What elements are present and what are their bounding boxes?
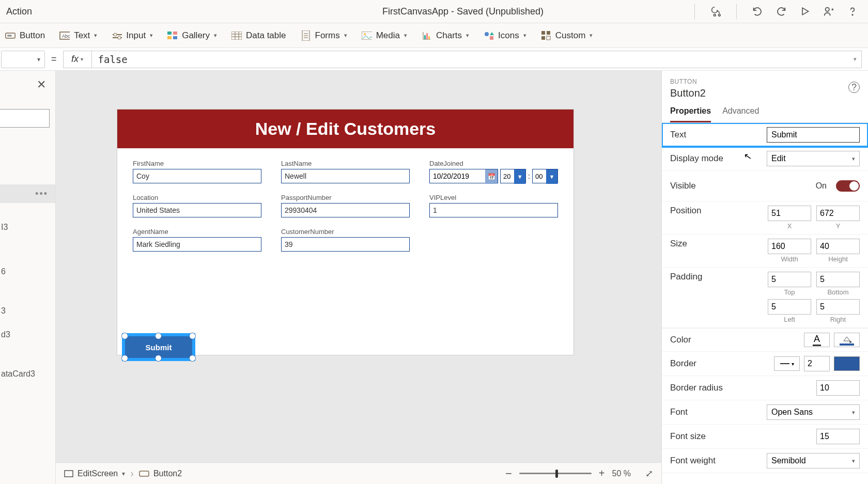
search-input[interactable] <box>0 109 50 128</box>
zoom-slider[interactable] <box>519 473 592 474</box>
tree-item[interactable]: d3 <box>1 323 55 347</box>
font-size-input[interactable] <box>816 429 860 444</box>
passport-input[interactable] <box>281 203 410 217</box>
svg-marker-37 <box>490 32 494 35</box>
close-icon[interactable]: ✕ <box>37 78 46 91</box>
resize-handle[interactable] <box>189 355 196 362</box>
padding-bottom-input[interactable] <box>816 272 860 287</box>
tab-properties[interactable]: Properties <box>670 106 711 122</box>
screen-title: New / Edit Customers <box>117 110 574 148</box>
field-label: VIPLevel <box>429 194 558 201</box>
chevron-down-icon: ▾ <box>214 32 217 39</box>
resize-handle[interactable] <box>121 333 128 339</box>
breadcrumb-element[interactable]: Button2 <box>139 469 182 478</box>
field-label: AgentName <box>133 228 261 236</box>
tree-selected-item[interactable]: ••• <box>0 184 55 203</box>
date-picker[interactable]: 10/20/2019📅 <box>429 169 498 183</box>
breadcrumb-separator: › <box>130 467 134 479</box>
zoom-out-button[interactable]: − <box>505 467 512 480</box>
prop-display-mode-select[interactable]: Edit▾ <box>767 151 860 166</box>
svg-rect-32 <box>424 35 426 39</box>
insert-media[interactable]: Media▾ <box>362 30 407 41</box>
app-canvas[interactable]: New / Edit Customers FirstName LastName … <box>117 109 574 355</box>
share-icon[interactable] <box>823 5 835 18</box>
ribbon-label: Input <box>126 30 146 41</box>
tree-item[interactable]: I3 <box>1 215 55 239</box>
vip-input[interactable] <box>429 203 558 217</box>
tree-item[interactable]: 6 <box>1 260 55 284</box>
customer-number-input[interactable] <box>281 237 410 252</box>
insert-text[interactable]: Abc Text▾ <box>59 30 97 41</box>
help-icon[interactable] <box>846 5 859 18</box>
resize-handle[interactable] <box>121 355 128 362</box>
font-select[interactable]: Open Sans▾ <box>767 404 860 420</box>
padding-top-input[interactable] <box>768 272 811 287</box>
position-y-input[interactable] <box>816 206 860 221</box>
tree-item[interactable]: ataCard3 <box>1 362 55 386</box>
insert-forms[interactable]: Forms▾ <box>301 30 347 41</box>
minute-select[interactable]: 00▼ <box>532 169 558 183</box>
fx-button[interactable]: fx▾ <box>63 51 92 68</box>
redo-icon[interactable] <box>775 5 787 18</box>
insert-data-table[interactable]: Data table <box>231 30 286 41</box>
first-name-input[interactable] <box>133 169 261 183</box>
padding-right-input[interactable] <box>816 299 860 315</box>
resize-handle[interactable] <box>189 333 196 339</box>
size-height-input[interactable] <box>816 239 860 254</box>
tab-advanced[interactable]: Advanced <box>722 106 759 122</box>
calendar-icon[interactable]: 📅 <box>485 169 498 184</box>
play-icon[interactable] <box>799 5 811 18</box>
fit-screen-icon[interactable]: ⤢ <box>645 468 653 479</box>
insert-button[interactable]: Button <box>5 30 45 41</box>
border-style-select[interactable]: ▾ <box>774 356 800 371</box>
formula-input[interactable] <box>91 51 862 68</box>
location-input[interactable] <box>133 203 261 217</box>
property-selector[interactable]: ▾ <box>1 51 45 68</box>
border-radius-input[interactable] <box>816 380 860 396</box>
insert-icons[interactable]: Icons▾ <box>484 30 526 41</box>
resize-handle[interactable] <box>155 333 162 339</box>
tree-item[interactable]: 3 <box>1 299 55 323</box>
font-weight-select[interactable]: Semibold▾ <box>767 453 860 469</box>
ribbon-label: Button <box>20 30 45 41</box>
prop-label: Border <box>670 358 769 369</box>
menu-action[interactable]: Action <box>4 6 235 17</box>
padding-left-input[interactable] <box>768 299 811 315</box>
svg-point-14 <box>118 36 121 39</box>
prop-text-input[interactable] <box>767 127 860 143</box>
formula-expand-icon[interactable]: ▾ <box>854 56 857 63</box>
position-x-input[interactable] <box>768 206 811 221</box>
svg-rect-40 <box>541 36 545 40</box>
resize-handle[interactable] <box>155 355 162 362</box>
svg-rect-33 <box>426 33 428 39</box>
zoom-in-button[interactable]: + <box>599 467 605 479</box>
prop-label: Color <box>670 335 799 345</box>
border-width-input[interactable] <box>804 356 830 371</box>
text-icon: Abc <box>59 30 70 41</box>
insert-gallery[interactable]: Gallery▾ <box>167 30 217 41</box>
insert-custom[interactable]: Custom▾ <box>541 30 593 41</box>
border-color-picker[interactable] <box>834 356 860 371</box>
breadcrumb-screen[interactable]: EditScreen ▾ <box>64 469 125 478</box>
hour-select[interactable]: 20▼ <box>500 169 526 183</box>
pad-label: Top <box>768 288 811 296</box>
submit-button[interactable]: Submit <box>125 336 192 358</box>
help-icon[interactable]: ? <box>848 82 860 93</box>
size-width-input[interactable] <box>768 239 811 254</box>
insert-input[interactable]: Input▾ <box>112 30 153 41</box>
visible-toggle[interactable] <box>836 180 860 192</box>
font-color-picker[interactable]: A <box>804 333 830 347</box>
app-checker-icon[interactable] <box>709 5 722 18</box>
last-name-input[interactable] <box>281 169 410 183</box>
svg-rect-43 <box>140 471 149 476</box>
button-icon <box>5 30 16 41</box>
fill-color-picker[interactable] <box>834 333 860 347</box>
button-icon <box>139 470 149 477</box>
table-icon <box>231 30 242 41</box>
insert-charts[interactable]: Charts▾ <box>422 30 469 41</box>
time-colon: : <box>528 172 530 180</box>
svg-point-0 <box>714 14 716 17</box>
svg-rect-19 <box>231 32 242 40</box>
undo-icon[interactable] <box>751 5 764 18</box>
agent-input[interactable] <box>133 237 261 252</box>
